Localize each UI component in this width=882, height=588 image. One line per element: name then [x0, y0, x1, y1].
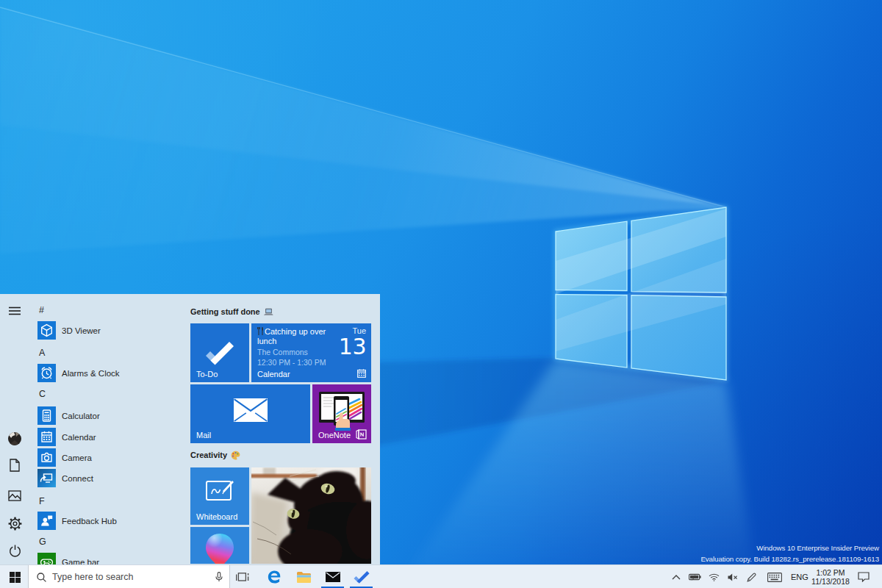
- tile-calendar[interactable]: Catching up over lunch The Commons 12:30…: [251, 323, 371, 382]
- tray-expand-chevron[interactable]: [667, 565, 685, 588]
- app-section-header[interactable]: G: [39, 537, 46, 547]
- tile-label: To-Do: [196, 370, 218, 379]
- mail-icon: [326, 572, 340, 582]
- 3d-viewer-icon-glyph: [37, 321, 56, 340]
- insider-watermark: Windows 10 Enterprise Insider Preview Ev…: [700, 543, 879, 564]
- app-item-camera[interactable]: Camera: [37, 448, 92, 467]
- whiteboard-icon: [206, 478, 235, 503]
- file-explorer-icon: [296, 571, 312, 584]
- tile-todo[interactable]: To-Do: [190, 323, 249, 382]
- tile-mail[interactable]: Mail: [190, 384, 310, 443]
- app-label: Feedback Hub: [62, 517, 117, 526]
- tile-label: Mail: [196, 431, 211, 440]
- todo-check-icon: [354, 571, 370, 584]
- language-indicator[interactable]: ENG: [791, 565, 808, 588]
- calendar-event-time: 12:30 PM - 1:30 PM: [257, 358, 331, 368]
- microphone-icon[interactable]: [215, 572, 223, 582]
- app-section-header[interactable]: C: [39, 389, 46, 399]
- task-view-icon: [236, 572, 250, 582]
- start-button[interactable]: [4, 565, 26, 588]
- tile-paint3d[interactable]: [190, 527, 249, 564]
- battery-icon[interactable]: [686, 565, 703, 588]
- app-item-feedback-hub[interactable]: Feedback Hub: [37, 512, 117, 530]
- gear-glyph: [8, 517, 22, 531]
- app-item-3d-viewer[interactable]: 3D Viewer: [37, 321, 101, 340]
- taskbar: Type here to search: [0, 564, 882, 588]
- picture-frame-glyph: [8, 490, 21, 501]
- app-item-alarms-clock[interactable]: Alarms & Clock: [37, 364, 120, 382]
- app-item-connect[interactable]: Connect: [37, 469, 93, 487]
- tile-whiteboard[interactable]: Whiteboard: [190, 467, 249, 525]
- mail-envelope-icon: [234, 398, 268, 422]
- user-avatar-photo: [7, 431, 22, 446]
- file-explorer-button[interactable]: [293, 565, 315, 588]
- 3d-viewer-icon: [37, 321, 56, 340]
- tile-onenote[interactable]: OneNote: [312, 384, 371, 443]
- edge-browser-button[interactable]: [263, 565, 285, 588]
- volume-muted-icon[interactable]: [724, 565, 742, 588]
- calendar-day-number: 13: [339, 335, 366, 358]
- edge-icon: [266, 569, 282, 585]
- wifi-icon[interactable]: [705, 565, 723, 588]
- calendar-event-location: The Commons: [257, 348, 331, 357]
- tile-label: Calendar: [257, 370, 290, 379]
- app-label: Calendar: [62, 433, 96, 442]
- action-center-icon: [858, 572, 870, 582]
- feedback-hub-icon-glyph: [37, 512, 56, 530]
- feedback-hub-icon: [37, 512, 56, 530]
- task-view-button[interactable]: [232, 565, 254, 588]
- tile-photos-live-photo[interactable]: [251, 467, 371, 564]
- document-page-glyph: [9, 459, 21, 472]
- clock-date: 11/13/2018: [808, 577, 853, 586]
- app-label: Connect: [62, 474, 93, 483]
- action-center-button[interactable]: [853, 565, 875, 588]
- laptop-emoji: [264, 308, 273, 316]
- camera-icon: [37, 448, 56, 467]
- pen-ink-icon[interactable]: [742, 565, 760, 588]
- app-item-calendar[interactable]: Calendar: [37, 428, 96, 446]
- alarms-clock-icon-glyph: [37, 364, 56, 382]
- tile-group-title: Creativity: [190, 450, 227, 460]
- onenote-illustration: [318, 390, 366, 431]
- speaker-muted-glyph: [728, 573, 739, 581]
- paint3d-balloon-icon: [204, 533, 235, 564]
- calendar-icon: [37, 428, 56, 446]
- tile-label: OneNote: [318, 431, 351, 440]
- calculator-icon-glyph: [37, 406, 56, 425]
- app-section-header[interactable]: A: [39, 348, 45, 358]
- calendar-event-title: Catching up over lunch: [257, 327, 331, 346]
- app-section-header[interactable]: #: [39, 305, 44, 315]
- user-avatar[interactable]: [6, 430, 24, 448]
- keyboard-glyph: [767, 573, 782, 582]
- app-item-calculator[interactable]: Calculator: [37, 406, 100, 425]
- calendar-icon-glyph: [37, 428, 56, 446]
- power-button-icon[interactable]: [6, 542, 24, 559]
- tile-label: Whiteboard: [196, 512, 237, 521]
- settings-gear-icon[interactable]: [6, 514, 24, 532]
- search-icon: [37, 573, 46, 582]
- artist-palette-emoji: [231, 451, 240, 460]
- tile-group-header-getting-stuff-done[interactable]: Getting stuff done: [190, 306, 273, 317]
- tile-group-header-creativity[interactable]: Creativity: [190, 450, 240, 460]
- taskbar-clock[interactable]: 1:02 PM 11/13/2018: [808, 568, 853, 586]
- expand-menu-button[interactable]: [6, 302, 24, 320]
- app-label: Camera: [62, 453, 92, 462]
- app-item-game-bar[interactable]: Game bar: [37, 553, 99, 564]
- todo-app-button[interactable]: [351, 565, 373, 588]
- taskbar-search[interactable]: Type here to search: [28, 565, 230, 588]
- connect-icon: [37, 469, 56, 487]
- app-section-header[interactable]: F: [39, 496, 45, 506]
- touch-keyboard-icon[interactable]: [764, 565, 786, 588]
- documents-icon[interactable]: [6, 456, 24, 474]
- pictures-icon[interactable]: [6, 487, 24, 504]
- start-menu: # 3D Viewer A: [0, 294, 380, 564]
- cat-photo: [251, 467, 371, 564]
- calculator-icon: [37, 406, 56, 425]
- app-label: Alarms & Clock: [62, 369, 120, 378]
- watermark-line2: Evaluation copy. Build 18282.rs_prerelea…: [700, 554, 879, 564]
- camera-icon-glyph: [37, 448, 56, 467]
- battery-glyph: [689, 573, 701, 581]
- watermark-line1: Windows 10 Enterprise Insider Preview: [700, 543, 879, 553]
- alarms-clock-icon: [37, 364, 56, 382]
- mail-app-button[interactable]: [322, 565, 344, 588]
